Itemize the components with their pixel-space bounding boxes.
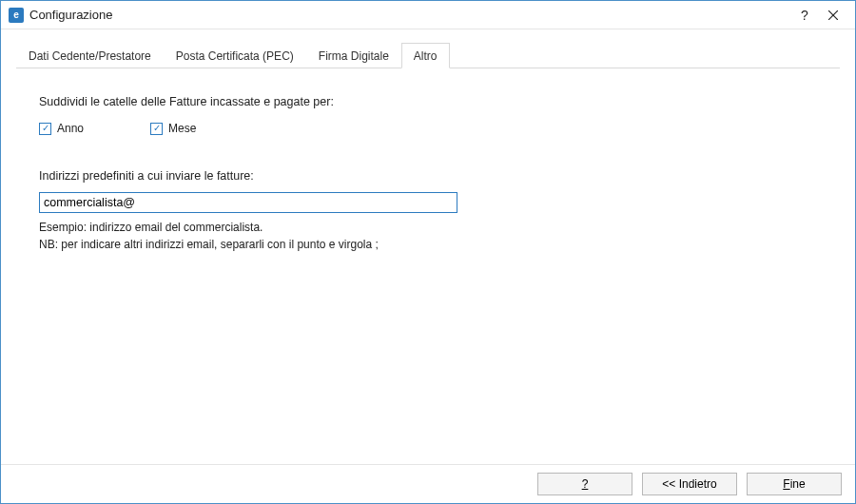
check-icon: ✓: [150, 123, 163, 135]
content-area: Dati Cedente/Prestatore Posta Certificat…: [1, 29, 855, 464]
recipients-input[interactable]: [39, 192, 457, 213]
help-icon[interactable]: ?: [790, 4, 819, 27]
footer: ? << Indietro Fine: [1, 464, 855, 503]
back-button-label: << Indietro: [662, 477, 716, 491]
finish-button[interactable]: Fine: [747, 473, 842, 495]
split-checkbox-row: ✓ Anno ✓ Mese: [39, 122, 817, 135]
titlebar: e Configurazione ?: [1, 1, 855, 29]
close-icon[interactable]: [819, 4, 847, 27]
check-icon: ✓: [39, 123, 51, 135]
tab-pec[interactable]: Posta Certificata (PEC): [164, 43, 306, 68]
tab-dati-cedente[interactable]: Dati Cedente/Prestatore: [16, 43, 164, 68]
checkbox-anno-label: Anno: [57, 122, 84, 135]
window-title: Configurazione: [29, 8, 790, 22]
app-icon: e: [9, 8, 24, 23]
finish-button-label: Fine: [783, 477, 805, 491]
example-text: Esempio: indirizzo email del commerciali…: [39, 219, 817, 236]
nb-text: NB: per indicare altri indirizzi email, …: [39, 236, 817, 253]
back-button[interactable]: << Indietro: [642, 473, 737, 495]
recipients-label: Indirizzi predefiniti a cui inviare le f…: [39, 169, 817, 183]
config-window: e Configurazione ? Dati Cedente/Prestato…: [0, 0, 856, 504]
tab-strip: Dati Cedente/Prestatore Posta Certificat…: [16, 43, 840, 68]
checkbox-mese[interactable]: ✓ Mese: [150, 122, 196, 135]
tab-altro[interactable]: Altro: [401, 43, 450, 68]
help-button[interactable]: ?: [537, 473, 632, 495]
help-button-label: ?: [582, 477, 589, 491]
split-folders-label: Suddividi le catelle delle Fatture incas…: [39, 95, 817, 108]
tab-firma-digitale[interactable]: Firma Digitale: [306, 43, 401, 68]
tabpane-altro: Suddividi le catelle delle Fatture incas…: [16, 68, 840, 464]
checkbox-anno[interactable]: ✓ Anno: [39, 122, 84, 135]
checkbox-mese-label: Mese: [168, 122, 196, 135]
